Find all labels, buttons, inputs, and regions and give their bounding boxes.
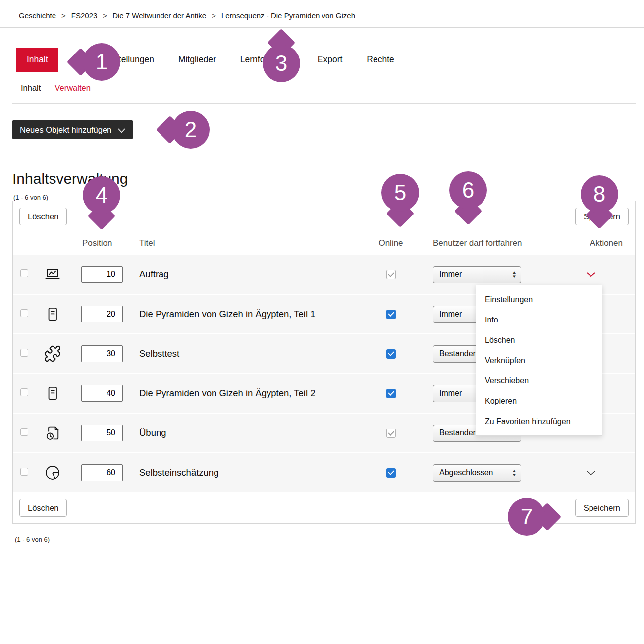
breadcrumb: Geschichte>FS2023>Die 7 Weltwunder der A… bbox=[0, 4, 644, 28]
breadcrumb-item-die-7-weltwunder-der-antike[interactable]: Die 7 Weltwunder der Antike bbox=[112, 11, 206, 20]
marker-number: 7 bbox=[508, 498, 545, 536]
position-input[interactable] bbox=[81, 306, 123, 322]
position-input[interactable] bbox=[81, 345, 123, 362]
add-object-button[interactable]: Neues Objekt hinzufügen bbox=[12, 120, 133, 139]
callout-marker-7: 7 bbox=[508, 498, 545, 536]
breadcrumb-item-fs2023[interactable]: FS2023 bbox=[71, 11, 98, 20]
result-count-bottom: (1 - 6 von 6) bbox=[15, 536, 50, 543]
online-checkbox[interactable] bbox=[386, 389, 396, 398]
actions-dropdown-icon[interactable] bbox=[586, 470, 596, 476]
row-select-checkbox[interactable] bbox=[20, 349, 28, 357]
delete-button-bottom[interactable]: Löschen bbox=[19, 499, 67, 517]
marker-number: 1 bbox=[83, 43, 120, 81]
menu-item-verschieben[interactable]: Verschieben bbox=[476, 371, 602, 391]
table-row: Selbsteinschätzung Abgeschlossen ▲▼ bbox=[13, 453, 635, 493]
callout-marker-3: 3 bbox=[263, 45, 300, 82]
proceed-select-value: Bestanden bbox=[439, 349, 478, 358]
proceed-select-value: Bestanden bbox=[439, 429, 478, 437]
column-header-actions: Aktionen bbox=[547, 238, 635, 248]
save-button-bottom[interactable]: Speichern bbox=[575, 499, 629, 517]
row-select-checkbox[interactable] bbox=[20, 269, 28, 277]
callout-marker-4: 4 bbox=[83, 176, 120, 214]
column-header-title: Titel bbox=[132, 238, 366, 248]
menu-item-verknüpfen[interactable]: Verknüpfen bbox=[476, 350, 602, 371]
actions-dropdown-icon[interactable] bbox=[586, 272, 596, 277]
row-select-checkbox[interactable] bbox=[20, 309, 28, 317]
breadcrumb-separator: > bbox=[212, 11, 216, 20]
subtab-verwalten[interactable]: Verwalten bbox=[54, 83, 90, 93]
breadcrumb-separator: > bbox=[61, 11, 66, 20]
breadcrumb-item-lernsequenz-die-pyramiden-von-gizeh[interactable]: Lernsequenz - Die Pyramiden von Gizeh bbox=[221, 11, 355, 20]
marker-number: 2 bbox=[172, 111, 210, 149]
proceed-select-value: Immer bbox=[439, 310, 462, 319]
menu-item-löschen[interactable]: Löschen bbox=[476, 330, 602, 350]
position-input[interactable] bbox=[81, 266, 123, 283]
menu-item-kopieren[interactable]: Kopieren bbox=[476, 391, 602, 411]
subtab-inhalt[interactable]: Inhalt bbox=[21, 83, 41, 93]
callout-marker-5: 5 bbox=[381, 174, 419, 212]
proceed-select[interactable]: Immer ▲▼ bbox=[433, 266, 521, 283]
tab-mitglieder[interactable]: Mitglieder bbox=[177, 48, 217, 72]
document-icon bbox=[38, 306, 67, 322]
actions-context-menu: EinstellungenInfoLöschenVerknüpfenVersch… bbox=[476, 285, 602, 436]
online-checkbox[interactable] bbox=[386, 429, 396, 438]
breadcrumb-separator: > bbox=[103, 11, 107, 20]
row-title: Übung bbox=[132, 428, 366, 438]
row-title: Die Pyramiden von Gizeh in Ägypten, Teil… bbox=[132, 309, 366, 320]
menu-item-info[interactable]: Info bbox=[476, 310, 602, 330]
result-count-top: (1 - 6 von 6) bbox=[13, 194, 48, 201]
laptop-chart-icon bbox=[38, 266, 67, 283]
menu-item-einstellungen[interactable]: Einstellungen bbox=[476, 289, 602, 310]
row-title: Auftrag bbox=[132, 269, 366, 280]
proceed-select-value: Immer bbox=[439, 389, 462, 398]
callout-marker-6: 6 bbox=[449, 171, 487, 209]
column-header-position: Position bbox=[67, 238, 132, 248]
row-title: Selbsteinschätzung bbox=[132, 467, 366, 478]
row-title: Selbsttest bbox=[132, 348, 366, 359]
select-arrows-icon: ▲▼ bbox=[512, 469, 516, 477]
add-object-label: Neues Objekt hinzufügen bbox=[20, 125, 111, 135]
column-header-online: Online bbox=[366, 238, 416, 248]
callout-marker-8: 8 bbox=[581, 175, 618, 213]
proceed-select[interactable]: Abgeschlossen ▲▼ bbox=[433, 464, 521, 482]
position-input[interactable] bbox=[81, 425, 123, 441]
menu-item-zu-favoriten-hinzufügen[interactable]: Zu Favoriten hinzufügen bbox=[476, 411, 602, 431]
column-header-proceed: Benutzer darf fortfahren bbox=[416, 238, 547, 248]
callout-marker-1: 1 bbox=[83, 43, 120, 81]
row-select-checkbox[interactable] bbox=[20, 468, 28, 476]
marker-number: 4 bbox=[83, 176, 120, 214]
callout-marker-2: 2 bbox=[172, 111, 210, 149]
proceed-select-value: Abgeschlossen bbox=[439, 468, 493, 477]
tab-inhalt[interactable]: Inhalt bbox=[16, 48, 58, 72]
online-checkbox[interactable] bbox=[386, 270, 396, 279]
online-checkbox[interactable] bbox=[386, 349, 396, 359]
breadcrumb-item-geschichte[interactable]: Geschichte bbox=[19, 11, 56, 20]
marker-number: 8 bbox=[581, 175, 618, 213]
file-clock-icon bbox=[38, 424, 67, 442]
tab-export[interactable]: Export bbox=[317, 48, 344, 72]
position-input[interactable] bbox=[81, 385, 123, 402]
delete-button-top[interactable]: Löschen bbox=[19, 208, 67, 225]
position-input[interactable] bbox=[81, 464, 123, 481]
online-checkbox[interactable] bbox=[386, 310, 396, 319]
marker-number: 3 bbox=[263, 45, 300, 82]
puzzle-icon bbox=[38, 345, 67, 363]
tab-rechte[interactable]: Rechte bbox=[366, 48, 395, 72]
row-select-checkbox[interactable] bbox=[20, 428, 28, 436]
document-icon bbox=[38, 385, 67, 402]
row-select-checkbox[interactable] bbox=[20, 388, 28, 396]
row-title: Die Pyramiden von Gizeh in Ägypten, Teil… bbox=[132, 388, 366, 399]
marker-number: 5 bbox=[381, 174, 419, 212]
table-header: Position Titel Online Benutzer darf fort… bbox=[13, 232, 635, 255]
proceed-select-value: Immer bbox=[439, 270, 462, 279]
chevron-down-icon bbox=[118, 125, 125, 135]
pie-circle-icon bbox=[38, 464, 67, 482]
select-arrows-icon: ▲▼ bbox=[512, 271, 516, 278]
online-checkbox[interactable] bbox=[386, 468, 396, 478]
marker-number: 6 bbox=[449, 171, 487, 209]
